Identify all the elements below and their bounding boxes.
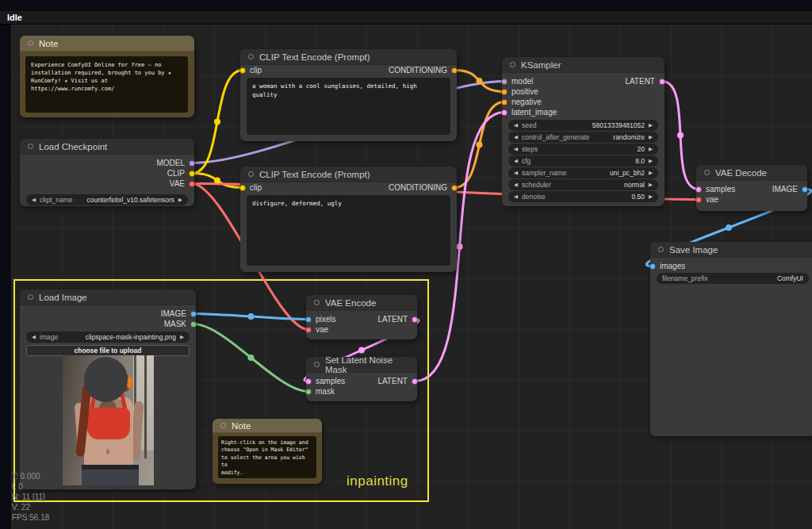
clip-input-slot[interactable] <box>239 185 246 191</box>
positive-input-slot[interactable] <box>501 89 508 95</box>
preview-figure <box>87 408 130 439</box>
conditioning-output-slot[interactable] <box>451 185 458 191</box>
cfg-widget[interactable]: ◀cfg8.0▶ <box>508 155 658 167</box>
node-title[interactable]: VAE Encode <box>306 295 417 311</box>
node-title[interactable]: CLIP Text Encode (Prompt) <box>240 49 457 65</box>
node-title[interactable]: CLIP Text Encode (Prompt) <box>240 167 457 182</box>
clip-output-slot[interactable] <box>189 171 195 177</box>
node-title[interactable]: Note <box>20 36 194 52</box>
negative-input-slot[interactable] <box>501 99 508 105</box>
model-output-slot[interactable] <box>189 160 195 167</box>
image-output-slot[interactable] <box>190 311 197 317</box>
node-ksampler[interactable]: KSampler modelLATENT positive negative l… <box>502 57 665 206</box>
pixels-input-slot[interactable] <box>305 316 312 323</box>
prev-arrow-icon[interactable]: ◀ <box>514 122 518 128</box>
node-load-checkpoint[interactable]: Load Checkpoint MODEL CLIP VAE ◀ ckpt_na… <box>20 139 194 206</box>
node-note-mask[interactable]: Note Right-click on the image and choose… <box>213 419 322 484</box>
node-set-latent-noise-mask[interactable]: Set Latent Noise Mask samplesLATENT mask <box>306 357 417 401</box>
note-textarea[interactable]: Right-click on the image and choose "Ope… <box>218 436 316 478</box>
latent-image-input-slot[interactable] <box>501 109 508 116</box>
vae-output-slot[interactable] <box>189 181 195 187</box>
node-title[interactable]: Load Checkpoint <box>20 139 194 155</box>
node-vae-encode[interactable]: VAE Encode pixelsLATENT vae <box>306 295 417 339</box>
node-title[interactable]: Load Image <box>20 289 196 305</box>
prompt-textarea[interactable]: disfigure, deformed, ugly <box>247 195 450 266</box>
prompt-textarea[interactable]: a woman with a cool sunglasses, detailed… <box>247 78 450 135</box>
collapse-icon[interactable] <box>510 62 515 67</box>
node-title[interactable]: Note <box>213 419 322 433</box>
prev-arrow-icon[interactable]: ◀ <box>514 134 518 140</box>
vae-input-slot[interactable] <box>695 197 702 203</box>
next-arrow-icon[interactable]: ▶ <box>649 134 653 140</box>
collapse-icon[interactable] <box>28 40 33 46</box>
sampler-name-widget[interactable]: ◀sampler_nameuni_pc_bh2▶ <box>508 167 658 178</box>
node-load-image[interactable]: Load Image IMAGE MASK ◀ image clipspace-… <box>20 289 196 489</box>
next-arrow-icon[interactable]: ▶ <box>649 146 653 152</box>
steps-widget[interactable]: ◀steps20▶ <box>508 144 658 155</box>
node-note-top[interactable]: Note Experience ComfyUI Online for free … <box>20 36 194 117</box>
denoise-widget[interactable]: ◀denoise0.50▶ <box>508 191 658 202</box>
inpainting-group-label: inpainting <box>347 473 408 489</box>
node-save-image[interactable]: Save Image images filename_prefix ComfyU… <box>650 242 812 436</box>
output-label: CONDITIONING <box>389 66 447 75</box>
next-arrow-icon[interactable]: ▶ <box>649 170 653 176</box>
input-label: mask <box>316 387 335 396</box>
choose-file-button[interactable]: choose file to upload <box>26 345 190 356</box>
node-title[interactable]: Save Image <box>650 242 812 258</box>
filename-prefix-widget[interactable]: filename_prefix ComfyUI <box>657 273 809 284</box>
collapse-icon[interactable] <box>704 170 710 175</box>
clip-input-slot[interactable] <box>239 67 246 74</box>
scheduler-widget[interactable]: ◀schedulernormal▶ <box>508 179 658 190</box>
images-input-slot[interactable] <box>649 263 656 270</box>
next-arrow-icon[interactable]: ▶ <box>649 122 653 128</box>
next-arrow-icon[interactable]: ▶ <box>649 158 653 164</box>
prev-arrow-icon[interactable]: ◀ <box>514 158 518 164</box>
node-title[interactable]: Set Latent Noise Mask <box>306 357 417 373</box>
window-top-strip <box>0 0 812 11</box>
collapse-icon[interactable] <box>220 423 226 428</box>
mask-output-slot[interactable] <box>190 321 197 328</box>
collapse-icon[interactable] <box>248 171 254 177</box>
next-arrow-icon[interactable]: ▶ <box>180 334 184 340</box>
next-arrow-icon[interactable]: ▶ <box>178 197 182 203</box>
latent-output-slot[interactable] <box>412 378 418 385</box>
latent-output-slot[interactable] <box>659 79 665 85</box>
collapse-icon[interactable] <box>314 362 320 367</box>
next-arrow-icon[interactable]: ▶ <box>649 194 653 200</box>
next-arrow-icon[interactable]: ▶ <box>649 182 653 188</box>
ckpt-name-widget[interactable]: ◀ ckpt_name counterfeitxl_v10.safetensor… <box>26 194 188 205</box>
image-file-widget[interactable]: ◀ image clipspace-mask-inpainting.png ▶ <box>26 332 190 343</box>
samples-input-slot[interactable] <box>695 186 702 193</box>
image-preview[interactable] <box>63 355 154 485</box>
seed-widget[interactable]: ◀seed58013339481052▶ <box>508 120 658 131</box>
control-after-generate-widget[interactable]: ◀control_after_generaterandomize▶ <box>508 132 658 143</box>
collapse-icon[interactable] <box>248 54 254 59</box>
prev-arrow-icon[interactable]: ◀ <box>514 194 518 200</box>
node-title[interactable]: KSampler <box>502 57 665 73</box>
note-textarea[interactable]: Experience ComfyUI Online for free — no … <box>25 56 188 113</box>
prev-arrow-icon[interactable]: ◀ <box>32 334 36 340</box>
input-label: model <box>511 77 533 86</box>
image-output-slot[interactable] <box>802 186 808 193</box>
prev-arrow-icon[interactable]: ◀ <box>514 170 518 176</box>
collapse-icon[interactable] <box>314 300 320 305</box>
output-label: MODEL <box>156 159 185 167</box>
prev-arrow-icon[interactable]: ◀ <box>32 197 36 203</box>
latent-output-slot[interactable] <box>412 316 418 323</box>
conditioning-output-slot[interactable] <box>451 67 458 74</box>
prev-arrow-icon[interactable]: ◀ <box>514 182 518 188</box>
mask-input-slot[interactable] <box>305 389 312 395</box>
comfyui-app: inpainting Note Experience <box>0 0 812 529</box>
node-title[interactable]: VAE Decode <box>696 165 807 181</box>
collapse-icon[interactable] <box>28 144 33 149</box>
node-clip-encode-negative[interactable]: CLIP Text Encode (Prompt) clipCONDITIONI… <box>240 167 457 272</box>
preview-figure <box>127 376 132 389</box>
vae-input-slot[interactable] <box>305 327 312 333</box>
prev-arrow-icon[interactable]: ◀ <box>514 146 518 152</box>
model-input-slot[interactable] <box>501 79 508 85</box>
node-vae-decode[interactable]: VAE Decode samplesIMAGE vae <box>696 165 807 211</box>
node-clip-encode-positive[interactable]: CLIP Text Encode (Prompt) clipCONDITIONI… <box>240 49 457 141</box>
collapse-icon[interactable] <box>658 247 664 252</box>
samples-input-slot[interactable] <box>305 378 312 385</box>
collapse-icon[interactable] <box>28 294 33 300</box>
